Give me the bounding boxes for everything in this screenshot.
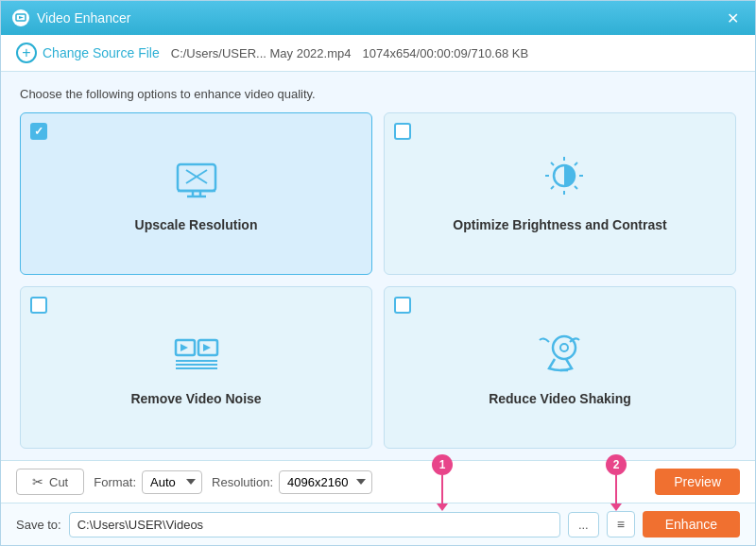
brightness-checkbox[interactable] <box>394 123 411 140</box>
brightness-icon <box>536 155 585 208</box>
save-label: Save to: <box>16 518 61 532</box>
svg-line-14 <box>551 162 554 165</box>
svg-line-17 <box>551 186 554 189</box>
resolution-group: Resolution: 4096x2160 1920x1080 1280x720… <box>212 470 372 494</box>
format-select[interactable]: Auto MP4 AVI MOV MKV <box>142 470 202 494</box>
video-enhancer-window: Video Enhancer ✕ + Change Source File C:… <box>0 0 756 546</box>
preview-button[interactable]: Preview <box>655 469 740 495</box>
list-icon: ≡ <box>617 517 625 532</box>
upscale-label: Upscale Resolution <box>135 217 258 232</box>
resolution-select[interactable]: 4096x2160 1920x1080 1280x720 854x480 <box>279 470 372 494</box>
option-noise[interactable]: Remove Video Noise <box>20 286 372 449</box>
arrowhead-2 <box>610 503 622 511</box>
noise-icon <box>172 329 221 382</box>
save-path-input[interactable] <box>69 512 560 537</box>
shaking-label: Reduce Video Shaking <box>489 391 631 406</box>
option-upscale[interactable]: Upscale Resolution <box>20 112 372 275</box>
upscale-icon <box>172 155 221 208</box>
brightness-label: Optimize Brightness and Contrast <box>453 217 666 232</box>
resolution-label: Resolution: <box>212 475 273 489</box>
svg-marker-24 <box>203 344 211 351</box>
cut-label: Cut <box>49 475 68 489</box>
window-title: Video Enhancer <box>37 10 721 26</box>
format-label: Format: <box>94 475 136 489</box>
options-grid: Upscale Resolution <box>20 112 736 449</box>
option-shaking[interactable]: Reduce Video Shaking <box>384 286 736 449</box>
app-icon <box>12 9 29 26</box>
shaking-icon <box>536 329 585 382</box>
add-icon: + <box>16 43 37 63</box>
change-source-label: Change Source File <box>43 45 160 60</box>
bottom-controls-bar: ✂ Cut Format: Auto MP4 AVI MOV MKV Resol… <box>1 460 755 503</box>
cut-button[interactable]: ✂ Cut <box>16 469 84 495</box>
svg-point-26 <box>560 344 568 351</box>
svg-marker-23 <box>180 344 188 351</box>
enhance-button[interactable]: Enhance <box>643 511 740 537</box>
close-button[interactable]: ✕ <box>721 7 744 29</box>
svg-marker-1 <box>19 16 24 19</box>
toolbar: + Change Source File C:/Users/USER... Ma… <box>1 35 755 72</box>
shaking-checkbox[interactable] <box>394 297 411 314</box>
file-meta: 1074x654/00:00:09/710.68 KB <box>362 46 528 60</box>
format-group: Format: Auto MP4 AVI MOV MKV <box>94 470 202 494</box>
subtitle: Choose the following options to enhance … <box>20 87 736 101</box>
main-content: Choose the following options to enhance … <box>1 72 755 460</box>
save-bar: 1 2 Save to: ... ≡ Enhance <box>1 503 755 545</box>
arrowhead-1 <box>437 503 448 511</box>
upscale-checkbox[interactable] <box>30 123 47 140</box>
file-path: C:/Users/USER... May 2022.mp4 <box>171 46 352 60</box>
svg-line-16 <box>575 162 577 165</box>
option-brightness[interactable]: Optimize Brightness and Contrast <box>384 112 736 275</box>
browse-button[interactable]: ... <box>568 512 599 537</box>
title-bar: Video Enhancer ✕ <box>1 1 755 35</box>
noise-label: Remove Video Noise <box>130 391 261 406</box>
svg-line-15 <box>575 186 577 189</box>
noise-checkbox[interactable] <box>30 297 47 314</box>
list-icon-button[interactable]: ≡ <box>607 511 635 537</box>
change-source-button[interactable]: + Change Source File <box>16 43 160 63</box>
scissors-icon: ✂ <box>32 474 43 489</box>
